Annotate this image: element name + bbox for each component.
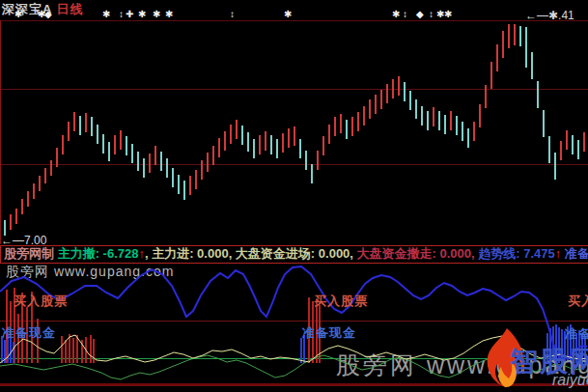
buy-stock-label: 买入股票	[14, 293, 68, 310]
logo-site-domain: raiyue.com	[552, 372, 588, 389]
buy-stock-label: 买入股票	[314, 293, 368, 310]
buy-stock-label: 买入股票	[568, 293, 588, 310]
prepare-cash-label: 准备现金	[302, 324, 356, 342]
prepare-cash-label: 准备现金	[565, 325, 588, 343]
chart-window: 深深宝A 日线 ✱✱◆✱↕✚✱✱✱↕✱✱↕◆↕✱✱ ←—✱.41 ←—7.00 …	[0, 0, 588, 392]
prepare-cash-label: 准备现金	[2, 324, 56, 342]
